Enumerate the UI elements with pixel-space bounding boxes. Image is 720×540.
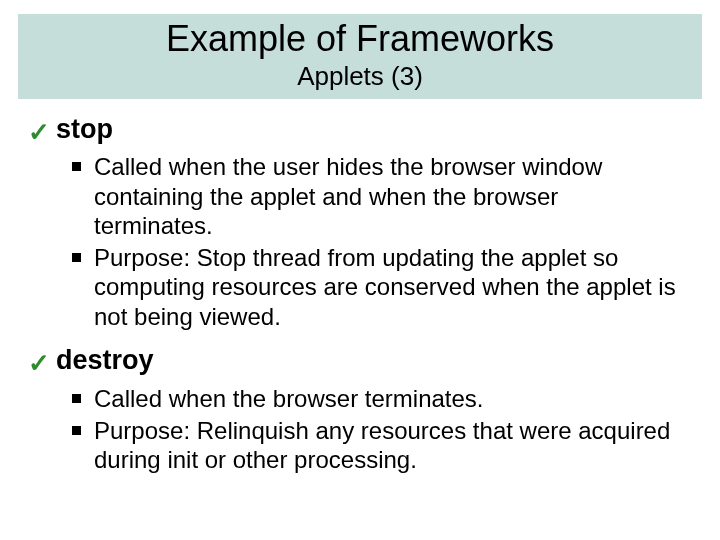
checkmark-icon: ✓ bbox=[28, 119, 50, 145]
checkmark-icon: ✓ bbox=[28, 350, 50, 376]
list-item: Called when the user hides the browser w… bbox=[72, 152, 680, 240]
bullet-list: Called when the user hides the browser w… bbox=[28, 146, 692, 342]
section-label: stop bbox=[56, 113, 113, 147]
slide-subtitle: Applets (3) bbox=[18, 61, 702, 92]
title-block: Example of Frameworks Applets (3) bbox=[18, 14, 702, 99]
list-item: Purpose: Relinquish any resources that w… bbox=[72, 416, 680, 475]
section-destroy: ✓ destroy Called when the browser termin… bbox=[28, 344, 692, 486]
section-header: ✓ destroy bbox=[28, 344, 692, 378]
section-header: ✓ stop bbox=[28, 113, 692, 147]
list-item: Called when the browser terminates. bbox=[72, 384, 680, 413]
section-label: destroy bbox=[56, 344, 154, 378]
slide-title: Example of Frameworks bbox=[18, 18, 702, 59]
section-stop: ✓ stop Called when the user hides the br… bbox=[28, 113, 692, 342]
bullet-list: Called when the browser terminates. Purp… bbox=[28, 378, 692, 486]
slide: Example of Frameworks Applets (3) ✓ stop… bbox=[0, 14, 720, 540]
list-item: Purpose: Stop thread from updating the a… bbox=[72, 243, 680, 331]
content-area: ✓ stop Called when the user hides the br… bbox=[0, 99, 720, 486]
